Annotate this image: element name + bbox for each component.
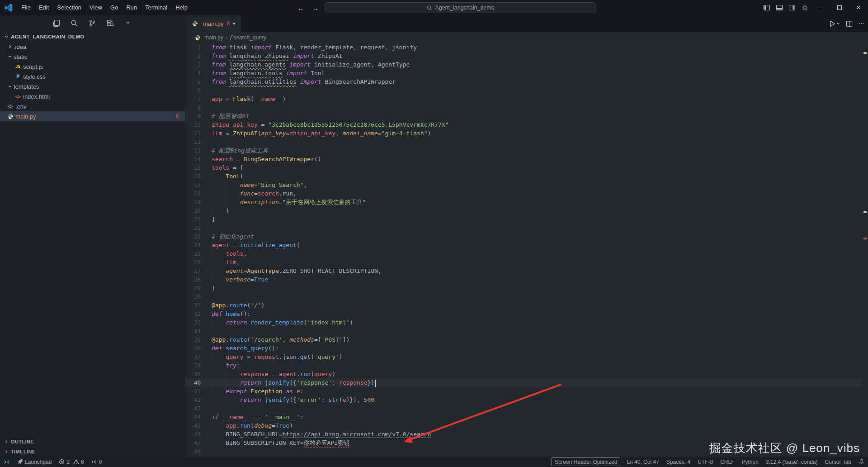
code-line-21[interactable]: 21] bbox=[185, 215, 862, 224]
more-actions-icon[interactable]: ⋯ bbox=[858, 19, 865, 28]
code-line-18[interactable]: 18 func=search.run, bbox=[185, 189, 862, 198]
cursor-position-item[interactable]: Ln 40, Col 47 bbox=[623, 457, 662, 467]
overview-ruler[interactable] bbox=[862, 43, 868, 457]
code-line-37[interactable]: 37 query = request.json.get('query') bbox=[185, 353, 862, 361]
code-line-23[interactable]: 23# 初始化agent bbox=[185, 232, 862, 241]
copy-icon[interactable] bbox=[52, 19, 61, 28]
problems-item[interactable]: 2 6 bbox=[55, 457, 87, 467]
code-line-34[interactable]: 34 bbox=[185, 327, 862, 335]
code-line-26[interactable]: 26 llm, bbox=[185, 258, 862, 267]
language-mode-item[interactable]: Python bbox=[738, 457, 762, 467]
encoding-item[interactable]: UTF-8 bbox=[694, 457, 717, 467]
folder-.idea[interactable]: .idea bbox=[0, 42, 185, 52]
folder-templates[interactable]: templates bbox=[0, 81, 185, 91]
code-line-41[interactable]: 41 except Exception as e: bbox=[185, 387, 862, 396]
modified-dot-icon[interactable]: ● bbox=[233, 21, 235, 26]
forward-arrow-icon[interactable]: → bbox=[311, 4, 321, 12]
maximize-button[interactable] bbox=[830, 0, 849, 15]
launchpad-item[interactable]: Launchpad bbox=[14, 457, 55, 467]
run-button[interactable] bbox=[828, 20, 840, 28]
code-line-22[interactable]: 22 bbox=[185, 224, 862, 232]
menu-go[interactable]: Go bbox=[106, 0, 122, 15]
code-line-1[interactable]: 1from flask import Flask, render_templat… bbox=[185, 43, 862, 52]
layout-sidebar-left-icon[interactable] bbox=[760, 0, 773, 15]
back-arrow-icon[interactable]: ← bbox=[296, 4, 306, 12]
close-button[interactable]: × bbox=[849, 0, 868, 15]
folder-static[interactable]: static bbox=[0, 52, 185, 62]
layout-sidebar-right-icon[interactable] bbox=[786, 0, 798, 15]
menu-selection[interactable]: Selection bbox=[53, 0, 85, 15]
code-line-15[interactable]: 15tools = [ bbox=[185, 163, 862, 172]
breadcrumb-file[interactable]: main.py bbox=[193, 34, 223, 41]
code-line-39[interactable]: 39 response = agent.run(query) bbox=[185, 370, 862, 378]
code-line-48[interactable]: 48 bbox=[185, 447, 862, 456]
code-line-14[interactable]: 14search = BingSearchAPIWrapper() bbox=[185, 155, 862, 163]
code-line-12[interactable]: 12 bbox=[185, 138, 862, 146]
file-script.js[interactable]: JSscript.js bbox=[0, 62, 185, 71]
code-line-36[interactable]: 36def search_query(): bbox=[185, 344, 862, 353]
code-line-6[interactable]: 6 bbox=[185, 86, 862, 95]
code-line-20[interactable]: 20 ) bbox=[185, 206, 862, 215]
code-line-24[interactable]: 24agent = initialize_agent( bbox=[185, 241, 862, 249]
project-header[interactable]: AGENT_LANGCHAIN_DEMO bbox=[0, 32, 185, 42]
code-line-42[interactable]: 42 return jsonify({'error': str(e)}), 50… bbox=[185, 396, 862, 404]
code-line-40[interactable]: 40 return jsonify({'response': response}… bbox=[185, 378, 862, 387]
code-editor[interactable]: 1from flask import Flask, render_templat… bbox=[185, 43, 868, 457]
screen-reader-item[interactable]: Screen Reader Optimized bbox=[552, 457, 620, 466]
code-line-45[interactable]: 45 app.run(debug=True) bbox=[185, 421, 862, 430]
code-line-28[interactable]: 28 verbose=True bbox=[185, 275, 862, 284]
indentation-item[interactable]: Spaces: 4 bbox=[663, 457, 694, 467]
code-line-44[interactable]: 44if __name__ == '__main__': bbox=[185, 413, 862, 421]
code-line-19[interactable]: 19 description="用于在网络上搜索信息的工具" bbox=[185, 198, 862, 206]
chevron-down-icon[interactable] bbox=[125, 19, 133, 28]
python-interpreter-item[interactable]: 3.12.4 ('base': conda) bbox=[762, 457, 821, 467]
code-line-5[interactable]: 5from langchain.utilities import BingSea… bbox=[185, 77, 862, 86]
file-style.css[interactable]: #style.css bbox=[0, 71, 185, 81]
cursor-tab-item[interactable]: Cursor Tab bbox=[821, 457, 855, 467]
menu-file[interactable]: File bbox=[17, 0, 35, 15]
code-line-9[interactable]: 9# 配置智谱AI bbox=[185, 112, 862, 120]
code-line-47[interactable]: 47 BING_SUBSCRIPTION_KEY=你的必应API密钥 bbox=[185, 438, 862, 447]
code-line-7[interactable]: 7app = Flask(__name__) bbox=[185, 95, 862, 103]
layout-panel-bottom-icon[interactable] bbox=[773, 0, 786, 15]
eol-item[interactable]: CRLF bbox=[717, 457, 738, 467]
notifications-bell[interactable] bbox=[855, 457, 868, 467]
code-line-17[interactable]: 17 name="Bing Search", bbox=[185, 181, 862, 189]
tab-main-py[interactable]: main.py 8 ● bbox=[185, 15, 241, 32]
menu-view[interactable]: View bbox=[85, 0, 106, 15]
code-line-30[interactable]: 30 bbox=[185, 292, 862, 301]
code-line-33[interactable]: 33 return render_template('index.html') bbox=[185, 318, 862, 327]
code-line-10[interactable]: 10zhipu_api_key = "3c2babce8bc1d55512507… bbox=[185, 120, 862, 129]
code-line-13[interactable]: 13# 配置Bing搜索工具 bbox=[185, 146, 862, 155]
code-line-2[interactable]: 2from langchain_zhipuai import ZhipuAI bbox=[185, 52, 862, 60]
minimize-button[interactable]: ─ bbox=[811, 0, 830, 15]
git-branch-icon[interactable] bbox=[89, 19, 97, 28]
outline-section[interactable]: OUTLINE bbox=[0, 437, 185, 447]
code-line-8[interactable]: 8 bbox=[185, 103, 862, 112]
extensions-icon[interactable] bbox=[107, 19, 115, 28]
code-line-31[interactable]: 31@app.route('/') bbox=[185, 301, 862, 310]
code-line-29[interactable]: 29) bbox=[185, 284, 862, 292]
search-icon[interactable] bbox=[71, 19, 79, 28]
code-line-35[interactable]: 35@app.route('/search', methods=['POST']… bbox=[185, 335, 862, 344]
breadcrumb-symbol[interactable]: ƒ search_query bbox=[230, 34, 266, 41]
ports-item[interactable]: 0 bbox=[88, 457, 106, 467]
remote-indicator[interactable] bbox=[0, 457, 14, 467]
settings-gear-icon[interactable] bbox=[798, 0, 811, 15]
code-line-46[interactable]: 46 BING_SEARCH_URL=https://api.bing.micr… bbox=[185, 430, 862, 438]
code-line-38[interactable]: 38 try: bbox=[185, 361, 862, 370]
code-line-25[interactable]: 25 tools, bbox=[185, 249, 862, 258]
code-line-16[interactable]: 16 Tool( bbox=[185, 172, 862, 181]
menu-help[interactable]: Help bbox=[171, 0, 192, 15]
file-.env[interactable]: .env bbox=[0, 101, 185, 111]
file-index.html[interactable]: <>index.html bbox=[0, 91, 185, 101]
command-center-search[interactable]: Agent_langchain_demo bbox=[325, 2, 596, 13]
code-line-27[interactable]: 27 agent=AgentType.ZERO_SHOT_REACT_DESCR… bbox=[185, 267, 862, 275]
menu-edit[interactable]: Edit bbox=[35, 0, 53, 15]
split-editor-icon[interactable] bbox=[846, 20, 853, 27]
code-line-32[interactable]: 32def home(): bbox=[185, 310, 862, 318]
menu-run[interactable]: Run bbox=[122, 0, 141, 15]
code-line-11[interactable]: 11llm = ZhipuAI(api_key=zhipu_api_key, m… bbox=[185, 129, 862, 138]
menu-terminal[interactable]: Terminal bbox=[141, 0, 171, 15]
file-main.py[interactable]: main.py8 bbox=[0, 111, 185, 121]
